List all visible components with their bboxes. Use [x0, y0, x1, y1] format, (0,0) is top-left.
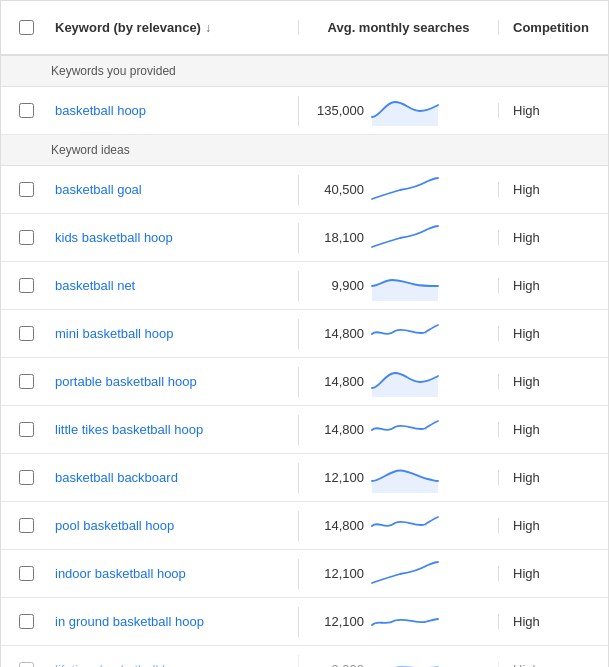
row-competition-col: High — [498, 566, 608, 581]
row-checkbox[interactable] — [19, 422, 34, 437]
row-competition-col: High — [498, 103, 608, 118]
sparkline-chart — [370, 655, 440, 668]
search-number: 14,800 — [309, 518, 364, 533]
competition-value: High — [513, 182, 540, 197]
sparkline-chart — [370, 223, 440, 253]
row-competition-col: High — [498, 518, 608, 533]
search-number: 14,800 — [309, 374, 364, 389]
keyword-text[interactable]: basketball goal — [55, 182, 142, 197]
row-keyword-col: little tikes basketball hoop — [51, 422, 298, 437]
row-searches-col: 18,100 — [298, 223, 498, 253]
row-competition-col: High — [498, 182, 608, 197]
row-searches-col: 40,500 — [298, 175, 498, 205]
keyword-text[interactable]: basketball backboard — [55, 470, 178, 485]
table-body: Keywords you providedbasketball hoop135,… — [1, 56, 608, 667]
keyword-text[interactable]: kids basketball hoop — [55, 230, 173, 245]
row-competition-col: High — [498, 326, 608, 341]
row-checkbox[interactable] — [19, 278, 34, 293]
row-competition-col: High — [498, 278, 608, 293]
search-number: 40,500 — [309, 182, 364, 197]
search-number: 135,000 — [309, 103, 364, 118]
competition-value: High — [513, 662, 540, 667]
row-checkbox[interactable] — [19, 374, 34, 389]
table-row: basketball backboard12,100High — [1, 454, 608, 502]
row-checkbox[interactable] — [19, 662, 34, 667]
search-number: 12,100 — [309, 614, 364, 629]
row-checkbox-col — [1, 422, 51, 437]
table-row: basketball hoop135,000High — [1, 87, 608, 135]
row-checkbox[interactable] — [19, 103, 34, 118]
row-checkbox-col — [1, 518, 51, 533]
header-checkbox-col — [1, 20, 51, 35]
table-header: Keyword (by relevance) ↓ Avg. monthly se… — [1, 1, 608, 56]
row-searches-col: 14,800 — [298, 415, 498, 445]
table-row: pool basketball hoop14,800High — [1, 502, 608, 550]
competition-col-label: Competition — [513, 20, 589, 35]
row-keyword-col: mini basketball hoop — [51, 326, 298, 341]
competition-value: High — [513, 230, 540, 245]
keyword-text[interactable]: basketball hoop — [55, 103, 146, 118]
row-checkbox[interactable] — [19, 566, 34, 581]
table-row: in ground basketball hoop12,100High — [1, 598, 608, 646]
row-competition-col: High — [498, 374, 608, 389]
row-checkbox-col — [1, 662, 51, 667]
row-searches-col: 12,100 — [298, 559, 498, 589]
row-keyword-col: basketball hoop — [51, 103, 298, 118]
select-all-checkbox[interactable] — [19, 20, 34, 35]
row-checkbox-col — [1, 566, 51, 581]
row-keyword-col: basketball backboard — [51, 470, 298, 485]
row-checkbox[interactable] — [19, 182, 34, 197]
sparkline-chart — [370, 511, 440, 541]
row-checkbox-col — [1, 230, 51, 245]
competition-value: High — [513, 422, 540, 437]
row-competition-col: High — [498, 614, 608, 629]
sparkline-chart — [370, 319, 440, 349]
keyword-text[interactable]: mini basketball hoop — [55, 326, 174, 341]
row-checkbox-col — [1, 374, 51, 389]
table-row: basketball net9,900High — [1, 262, 608, 310]
keyword-text[interactable]: basketball net — [55, 278, 135, 293]
sort-icon[interactable]: ↓ — [205, 21, 211, 35]
keyword-table: Keyword (by relevance) ↓ Avg. monthly se… — [1, 1, 608, 667]
table-row: portable basketball hoop14,800High — [1, 358, 608, 406]
search-number: 14,800 — [309, 326, 364, 341]
keyword-text[interactable]: indoor basketball hoop — [55, 566, 186, 581]
sparkline-chart — [370, 175, 440, 205]
row-checkbox-col — [1, 614, 51, 629]
row-checkbox-col — [1, 470, 51, 485]
competition-value: High — [513, 278, 540, 293]
section-header: Keyword ideas — [1, 135, 608, 166]
search-number: 14,800 — [309, 422, 364, 437]
keyword-col-label: Keyword (by relevance) — [55, 20, 201, 35]
sparkline-chart — [370, 559, 440, 589]
row-searches-col: 14,800 — [298, 367, 498, 397]
keyword-text[interactable]: little tikes basketball hoop — [55, 422, 203, 437]
competition-value: High — [513, 566, 540, 581]
row-checkbox[interactable] — [19, 614, 34, 629]
row-competition-col: High — [498, 662, 608, 667]
table-row: lifetime basketball hoop9,900High — [1, 646, 608, 667]
keyword-text[interactable]: in ground basketball hoop — [55, 614, 204, 629]
search-number: 9,900 — [309, 278, 364, 293]
table-row: kids basketball hoop18,100High — [1, 214, 608, 262]
row-searches-col: 12,100 — [298, 463, 498, 493]
table-row: little tikes basketball hoop14,800High — [1, 406, 608, 454]
keyword-text[interactable]: pool basketball hoop — [55, 518, 174, 533]
row-checkbox[interactable] — [19, 326, 34, 341]
competition-value: High — [513, 518, 540, 533]
search-number: 9,900 — [309, 662, 364, 667]
searches-col-label: Avg. monthly searches — [328, 20, 470, 35]
keyword-text[interactable]: lifetime basketball hoop — [55, 662, 191, 667]
row-checkbox-col — [1, 103, 51, 118]
row-searches-col: 135,000 — [298, 96, 498, 126]
row-checkbox[interactable] — [19, 230, 34, 245]
row-checkbox-col — [1, 278, 51, 293]
keyword-text[interactable]: portable basketball hoop — [55, 374, 197, 389]
sparkline-chart — [370, 96, 440, 126]
competition-value: High — [513, 374, 540, 389]
search-number: 18,100 — [309, 230, 364, 245]
row-keyword-col: basketball goal — [51, 182, 298, 197]
row-checkbox[interactable] — [19, 470, 34, 485]
row-checkbox[interactable] — [19, 518, 34, 533]
row-searches-col: 12,100 — [298, 607, 498, 637]
